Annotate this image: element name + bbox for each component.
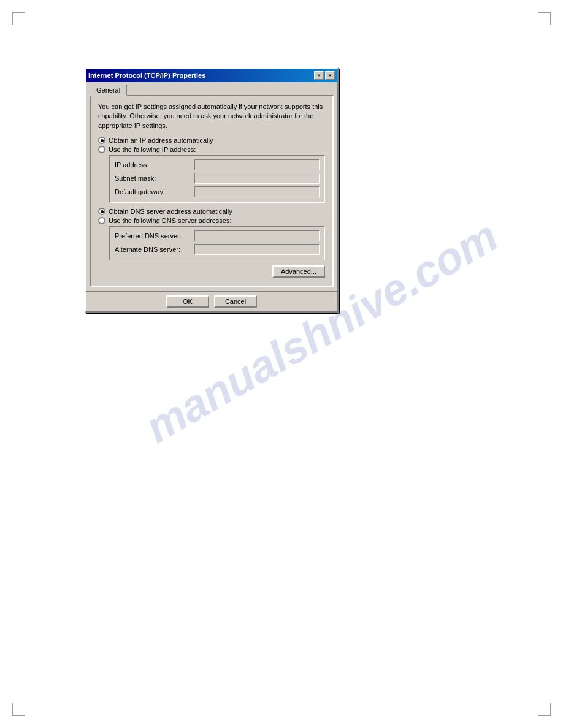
preferred-dns-row: Preferred DNS server: xyxy=(115,230,320,241)
radio-obtain-ip-input[interactable] xyxy=(98,137,105,144)
corner-mark-tr xyxy=(538,12,551,25)
content-area: You can get IP settings assigned automat… xyxy=(90,95,334,287)
preferred-dns-input[interactable] xyxy=(194,230,320,241)
radio-obtain-dns-label: Obtain DNS server address automatically xyxy=(109,208,232,215)
cancel-button[interactable]: Cancel xyxy=(214,295,257,308)
radio-use-dns-row[interactable]: Use the following DNS server addresses: xyxy=(98,217,325,224)
tab-area: General xyxy=(86,82,337,95)
radio-use-ip-label: Use the following IP address: xyxy=(109,146,196,153)
radio-use-ip-input[interactable] xyxy=(98,146,105,153)
alternate-dns-label: Alternate DNS server: xyxy=(115,246,194,253)
dialog-window: Internet Protocol (TCP/IP) Properties ? … xyxy=(85,67,339,313)
radio-use-dns-input[interactable] xyxy=(98,217,105,224)
help-button[interactable]: ? xyxy=(314,71,324,80)
close-button[interactable]: × xyxy=(325,71,335,80)
radio-use-ip-row[interactable]: Use the following IP address: xyxy=(98,146,325,153)
subnet-mask-row: Subnet mask: xyxy=(115,173,320,184)
dialog-title: Internet Protocol (TCP/IP) Properties xyxy=(88,72,205,79)
corner-mark-br xyxy=(538,703,551,716)
corner-mark-tl xyxy=(12,12,25,25)
alternate-dns-row: Alternate DNS server: xyxy=(115,244,320,255)
advanced-button[interactable]: Advanced... xyxy=(272,265,325,278)
radio-use-dns-line xyxy=(234,221,325,221)
alternate-dns-input[interactable] xyxy=(194,244,320,255)
description-text: You can get IP settings assigned automat… xyxy=(98,102,325,131)
default-gateway-input[interactable] xyxy=(194,186,320,197)
title-bar-buttons: ? × xyxy=(314,71,335,80)
ip-address-input[interactable] xyxy=(194,159,320,170)
subnet-mask-input[interactable] xyxy=(194,173,320,184)
ip-address-row: IP address: xyxy=(115,159,320,170)
corner-mark-bl xyxy=(12,703,25,716)
dns-fields-group: Preferred DNS server: Alternate DNS serv… xyxy=(109,226,325,260)
radio-use-ip-line xyxy=(198,150,325,150)
radio-obtain-ip-row[interactable]: Obtain an IP address automatically xyxy=(98,137,325,144)
tab-general[interactable]: General xyxy=(90,85,127,96)
ok-button[interactable]: OK xyxy=(166,295,209,308)
default-gateway-label: Default gateway: xyxy=(115,188,194,195)
advanced-row: Advanced... xyxy=(98,265,325,278)
radio-obtain-ip-label: Obtain an IP address automatically xyxy=(109,137,213,144)
radio-obtain-dns-input[interactable] xyxy=(98,208,105,215)
ip-address-label: IP address: xyxy=(115,161,194,169)
radio-obtain-dns-row[interactable]: Obtain DNS server address automatically xyxy=(98,208,325,215)
default-gateway-row: Default gateway: xyxy=(115,186,320,197)
button-bar: OK Cancel xyxy=(86,291,337,311)
radio-use-dns-label: Use the following DNS server addresses: xyxy=(109,217,232,224)
ip-fields-group: IP address: Subnet mask: Default gateway… xyxy=(109,155,325,203)
subnet-mask-label: Subnet mask: xyxy=(115,175,194,182)
preferred-dns-label: Preferred DNS server: xyxy=(115,232,194,240)
title-bar: Internet Protocol (TCP/IP) Properties ? … xyxy=(86,69,337,82)
